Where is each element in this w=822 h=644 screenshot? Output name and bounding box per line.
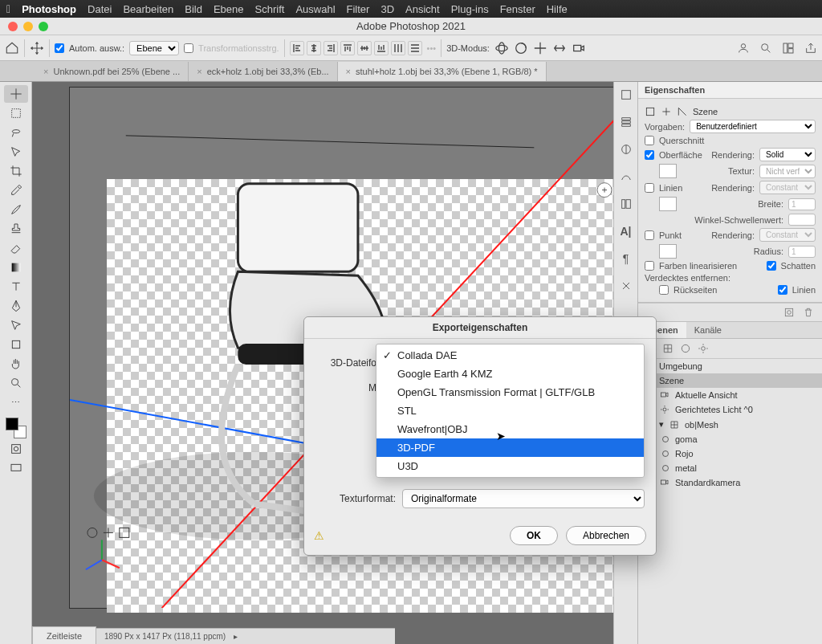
lines-checkbox[interactable] <box>645 183 654 193</box>
menu-hilfe[interactable]: Hilfe <box>547 3 568 15</box>
surface-color-swatch[interactable] <box>659 164 677 178</box>
window-minimize-button[interactable] <box>23 22 33 31</box>
ok-button[interactable]: OK <box>510 526 558 545</box>
auto-select-checkbox[interactable] <box>55 43 64 53</box>
align-bottom-button[interactable] <box>374 41 389 55</box>
distribute-h-button[interactable] <box>391 41 405 55</box>
3d-slide-icon[interactable] <box>552 41 567 55</box>
scene-item-material[interactable]: goma <box>638 432 822 446</box>
scene-item-light[interactable]: 👁Gerichtetes Licht ^0 <box>638 402 822 417</box>
styles-panel-icon[interactable] <box>620 170 633 183</box>
document-tab[interactable]: × Unknown.pdf bei 25% (Ebene ... <box>35 62 189 81</box>
format-option[interactable]: Collada DAE <box>376 346 644 365</box>
hand-tool[interactable] <box>4 355 28 373</box>
menu-filter[interactable]: Filter <box>347 3 370 15</box>
menu-plugins[interactable]: Plug-ins <box>451 3 489 15</box>
move-tool[interactable] <box>4 85 28 103</box>
app-menu[interactable]: Photoshop <box>22 3 76 15</box>
filter-mesh-icon[interactable] <box>662 343 673 354</box>
radius-input[interactable] <box>788 246 816 258</box>
timeline-panel-tab[interactable]: Zeitleiste <box>32 626 96 644</box>
toolbar-more[interactable]: ⋯ <box>4 393 28 411</box>
tab-channels[interactable]: Kanäle <box>686 322 730 338</box>
menu-datei[interactable]: Datei <box>87 3 112 15</box>
format-option[interactable]: U3D <box>376 457 644 475</box>
filter-material-icon[interactable] <box>680 343 691 354</box>
menu-bearbeiten[interactable]: Bearbeiten <box>123 3 173 15</box>
close-tab-icon[interactable]: × <box>346 67 351 76</box>
menu-ebene[interactable]: Ebene <box>214 3 244 15</box>
move-tool-icon[interactable] <box>30 41 44 55</box>
stamp-tool[interactable] <box>4 220 28 238</box>
foreground-color-swatch[interactable] <box>6 418 18 430</box>
scene-item-material[interactable]: Rojo <box>638 446 822 461</box>
eyedropper-tool[interactable] <box>4 181 28 199</box>
libraries-panel-icon[interactable] <box>620 198 633 210</box>
scene-item-view[interactable]: Aktuelle Ansicht <box>638 388 822 402</box>
gradient-tool[interactable] <box>4 259 28 276</box>
3d-orbit-icon[interactable] <box>494 41 509 55</box>
shape-tool[interactable] <box>4 336 28 353</box>
marquee-tool[interactable] <box>4 104 28 122</box>
share-icon[interactable] <box>804 42 817 55</box>
lines2-checkbox[interactable] <box>778 285 787 295</box>
cross-section-checkbox[interactable] <box>645 136 654 145</box>
home-icon[interactable] <box>5 41 19 55</box>
align-right-button[interactable] <box>324 41 338 55</box>
document-tab[interactable]: × stuhl+holz 1.obj bei 33,3% (Ebene 1, R… <box>338 62 547 81</box>
filter-light-icon[interactable] <box>698 343 709 354</box>
apple-menu-icon[interactable]:  <box>6 2 10 15</box>
align-top-button[interactable] <box>340 41 355 55</box>
points-rendering-select[interactable]: Constant <box>759 228 816 242</box>
window-zoom-button[interactable] <box>39 22 48 31</box>
surface-checkbox[interactable] <box>645 150 654 160</box>
points-checkbox[interactable] <box>645 230 654 240</box>
scene-item-scene[interactable]: 👁Szene <box>638 373 822 388</box>
character-panel-icon[interactable]: A| <box>620 225 631 238</box>
close-tab-icon[interactable]: × <box>197 67 201 76</box>
align-vcenter-button[interactable] <box>357 41 372 55</box>
angle-threshold-input[interactable] <box>788 214 816 226</box>
render-icon[interactable] <box>783 307 795 318</box>
lines-width-input[interactable] <box>788 198 816 210</box>
lines-rendering-select[interactable]: Constant <box>759 181 816 194</box>
menu-schrift[interactable]: Schrift <box>255 3 285 15</box>
quick-select-tool[interactable] <box>4 143 28 161</box>
lines-color-swatch[interactable] <box>659 197 677 211</box>
scene-item-mesh[interactable]: 👁▾ob|Mesh <box>638 417 822 432</box>
format-option[interactable]: 3D-PDF <box>376 438 644 457</box>
menu-fenster[interactable]: Fenster <box>500 3 535 15</box>
auto-select-target-select[interactable]: Ebene <box>129 41 179 55</box>
format-option[interactable]: Wavefront|OBJ <box>376 420 644 438</box>
3d-pan-icon[interactable] <box>533 41 547 55</box>
format-option[interactable]: Google Earth 4 KMZ <box>376 365 644 383</box>
color-swatches[interactable] <box>6 418 26 438</box>
points-color-swatch[interactable] <box>659 244 677 259</box>
document-tab[interactable]: × eck+holz 1.obj bei 33,3% (Eb... <box>189 62 337 81</box>
document-info[interactable]: 1890 Px x 1417 Px (118,11 ppcm) <box>104 632 226 641</box>
menu-bild[interactable]: Bild <box>185 3 202 15</box>
align-left-button[interactable] <box>290 41 304 55</box>
transform-controls-checkbox[interactable] <box>184 43 193 53</box>
surface-rendering-select[interactable]: Solid <box>759 148 816 161</box>
tools-presets-icon[interactable] <box>620 279 633 292</box>
align-hcenter-button[interactable] <box>307 41 321 55</box>
scene-item-camera[interactable]: Standardkamera <box>638 475 822 490</box>
menu-auswahl[interactable]: Auswahl <box>295 3 335 15</box>
adjustments-panel-icon[interactable] <box>620 143 633 156</box>
lasso-tool[interactable] <box>4 124 28 141</box>
backfaces-checkbox[interactable] <box>659 285 669 295</box>
shadows-checkbox[interactable] <box>767 261 776 271</box>
eraser-tool[interactable] <box>4 239 28 257</box>
properties-panel-tab[interactable]: Eigenschaften <box>638 82 822 99</box>
3d-zoom-camera-icon[interactable] <box>572 41 586 55</box>
path-select-tool[interactable] <box>4 316 28 334</box>
zoom-tool[interactable] <box>4 374 28 392</box>
brush-tool[interactable] <box>4 201 28 218</box>
paragraph-panel-icon[interactable]: ¶ <box>623 252 629 265</box>
menu-3d[interactable]: 3D <box>380 3 394 15</box>
search-icon[interactable] <box>759 42 772 55</box>
quick-mask-toggle[interactable] <box>4 440 28 458</box>
texture-format-select[interactable]: Originalformate <box>402 489 645 508</box>
close-tab-icon[interactable]: × <box>43 67 48 76</box>
